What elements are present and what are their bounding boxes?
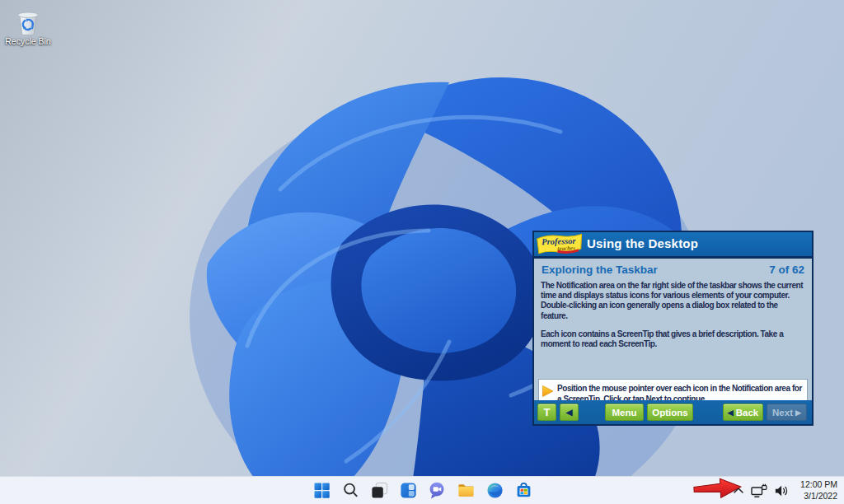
- next-button-disabled[interactable]: Next ▶: [767, 404, 807, 421]
- search-button[interactable]: [340, 481, 360, 501]
- recycle-bin-label: Recycle Bin: [4, 37, 52, 47]
- page-indicator: 7 of 62: [769, 264, 804, 276]
- lesson-paragraph-1: The Notification area on the far right s…: [541, 281, 805, 321]
- recycle-bin-icon: [13, 7, 43, 36]
- chat-icon: [428, 481, 447, 500]
- lesson-title: Exploring the Taskbar: [542, 264, 658, 276]
- back-button[interactable]: ◀ Back: [723, 404, 763, 421]
- next-label: Next: [772, 408, 793, 418]
- instruction-arrow-icon: [542, 385, 554, 397]
- previous-audio-button[interactable]: ◀: [560, 404, 579, 421]
- task-view-icon: [370, 481, 389, 500]
- menu-button[interactable]: Menu: [605, 404, 644, 421]
- start-button[interactable]: [312, 481, 331, 501]
- text-mode-label: T: [544, 406, 551, 418]
- notification-area: 12:00 PM 3/1/2022: [733, 477, 837, 504]
- dialog-toolbar: T ◀ Menu Options ◀ Back Next ▶: [534, 400, 812, 424]
- network-icon: [751, 483, 767, 498]
- volume-tray-button[interactable]: [774, 484, 790, 497]
- back-arrow-icon: ◀: [728, 408, 734, 417]
- volume-icon: [774, 484, 790, 497]
- recycle-bin-shortcut[interactable]: Recycle Bin: [4, 7, 52, 47]
- edge-button[interactable]: [485, 481, 504, 501]
- widgets-icon: [399, 481, 418, 500]
- show-hidden-icons-button[interactable]: [733, 487, 744, 494]
- dialog-window-title: Using the Desktop: [587, 232, 698, 255]
- search-icon: [341, 481, 360, 500]
- professor-teaches-logo: Professor teaches: [536, 233, 584, 255]
- clock-date: 3/1/2022: [796, 491, 837, 502]
- previous-arrow-icon: ◀: [566, 408, 573, 417]
- store-button[interactable]: [513, 481, 533, 501]
- dialog-content: Exploring the Taskbar 7 of 62 The Notifi…: [534, 259, 812, 424]
- next-arrow-icon: ▶: [795, 408, 801, 417]
- clock-time: 12:00 PM: [796, 479, 837, 491]
- chevron-up-icon: [733, 487, 744, 494]
- edge-icon: [485, 481, 504, 500]
- store-icon: [514, 481, 533, 500]
- dialog-title-bar[interactable]: Professor teaches Using the Desktop: [534, 232, 812, 259]
- chat-button[interactable]: [427, 481, 447, 501]
- back-label: Back: [736, 408, 759, 418]
- file-explorer-button[interactable]: [456, 481, 476, 501]
- desktop: Recycle Bin Professor teaches Using the …: [0, 0, 844, 504]
- lesson-paragraph-2: Each icon contains a ScreenTip that give…: [541, 329, 805, 349]
- start-icon: [312, 481, 331, 500]
- taskbar: 12:00 PM 3/1/2022: [0, 476, 844, 504]
- logo-line2: teaches: [557, 245, 575, 252]
- options-label: Options: [652, 408, 687, 418]
- taskbar-clock[interactable]: 12:00 PM 3/1/2022: [796, 479, 837, 502]
- task-view-button[interactable]: [369, 481, 389, 501]
- options-button[interactable]: Options: [647, 404, 693, 421]
- widgets-button[interactable]: [398, 481, 418, 501]
- file-explorer-icon: [457, 481, 476, 500]
- network-tray-button[interactable]: [751, 483, 767, 498]
- taskbar-icon-group: [312, 477, 533, 504]
- menu-label: Menu: [612, 408, 636, 418]
- text-mode-button[interactable]: T: [537, 404, 556, 421]
- tutorial-dialog: Professor teaches Using the Desktop Expl…: [532, 231, 814, 426]
